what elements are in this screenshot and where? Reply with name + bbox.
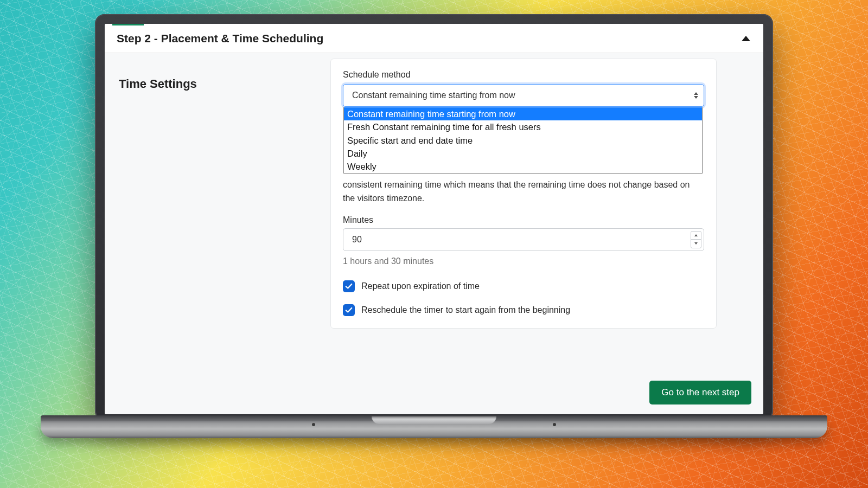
schedule-description: consistent remaining time which means th…	[343, 178, 704, 206]
schedule-option[interactable]: Weekly	[344, 160, 702, 173]
repeat-row: Repeat upon expiration of time	[343, 280, 704, 292]
reschedule-row: Reschedule the timer to start again from…	[343, 304, 704, 316]
repeat-checkbox[interactable]	[343, 280, 355, 292]
minutes-stepper	[691, 231, 701, 248]
stepper-up-icon[interactable]	[691, 232, 701, 240]
schedule-method-label: Schedule method	[343, 70, 704, 80]
schedule-method-select[interactable]: Constant remaining time starting from no…	[343, 84, 704, 107]
minutes-input[interactable]: 90	[343, 228, 704, 251]
laptop-bezel: Step 2 - Placement & Time Scheduling Tim…	[95, 14, 773, 421]
laptop-base	[41, 420, 827, 438]
stepper-down-icon[interactable]	[691, 240, 701, 248]
minutes-hint: 1 hours and 30 minutes	[343, 256, 704, 266]
collapse-toggle-icon[interactable]	[742, 36, 750, 41]
schedule-option[interactable]: Constant remaining time starting from no…	[344, 107, 702, 120]
repeat-label: Repeat upon expiration of time	[361, 281, 480, 291]
next-step-button[interactable]: Go to the next step	[649, 381, 751, 404]
laptop-frame: Step 2 - Placement & Time Scheduling Tim…	[95, 14, 773, 465]
page-title: Step 2 - Placement & Time Scheduling	[117, 32, 323, 45]
step-header: Step 2 - Placement & Time Scheduling	[105, 24, 763, 53]
schedule-option[interactable]: Daily	[344, 147, 702, 160]
laptop-screen: Step 2 - Placement & Time Scheduling Tim…	[105, 24, 763, 414]
page-body: Time Settings Schedule method Constant r…	[105, 53, 763, 414]
schedule-option[interactable]: Fresh Constant remaining time for all fr…	[344, 120, 702, 133]
time-settings-card: Schedule method Constant remaining time …	[330, 59, 717, 329]
reschedule-checkbox[interactable]	[343, 304, 355, 316]
section-title: Time Settings	[119, 77, 197, 91]
app-page: Step 2 - Placement & Time Scheduling Tim…	[105, 24, 763, 414]
schedule-option[interactable]: Specific start and end date time	[344, 134, 702, 147]
schedule-method-value: Constant remaining time starting from no…	[352, 91, 515, 100]
laptop-foot	[312, 423, 315, 426]
check-icon	[345, 282, 353, 290]
laptop-foot	[553, 423, 556, 426]
check-icon	[345, 306, 353, 314]
laptop-notch	[372, 416, 496, 424]
minutes-value: 90	[352, 235, 362, 245]
minutes-label: Minutes	[343, 215, 704, 225]
select-spinner-icon	[694, 92, 698, 99]
active-tab-indicator	[112, 24, 144, 25]
reschedule-label: Reschedule the timer to start again from…	[361, 305, 570, 315]
schedule-method-dropdown: Constant remaining time starting from no…	[343, 107, 703, 174]
